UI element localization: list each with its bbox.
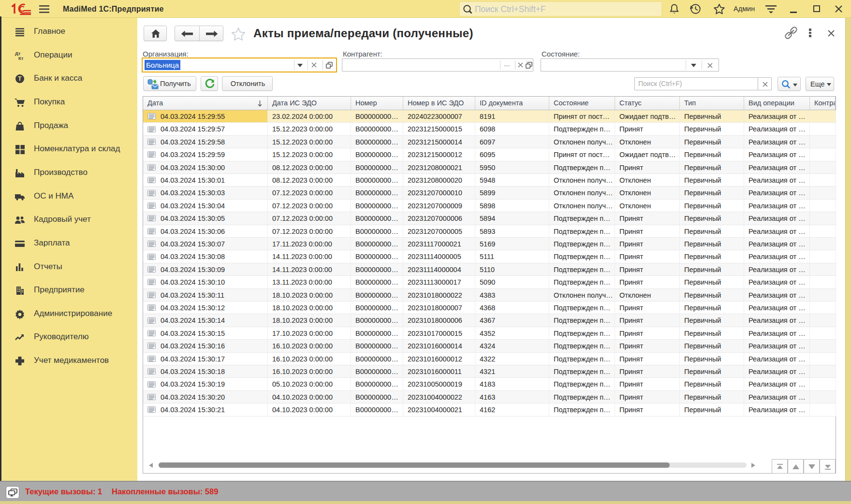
svg-text:Т: Т	[18, 75, 22, 82]
svg-text:Кт: Кт	[18, 56, 24, 61]
